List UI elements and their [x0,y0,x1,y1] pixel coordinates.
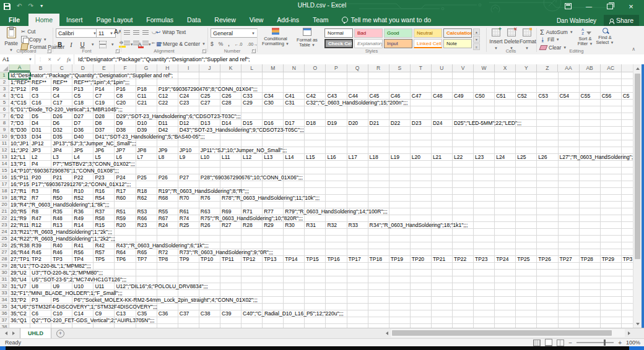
row-header-34[interactable]: 34 [0,297,9,304]
row-header-29[interactable]: 29 [0,263,9,270]
column-header-N[interactable]: N [284,64,305,72]
insert-cells-button[interactable]: Insert▼ [489,28,503,51]
grid-cell[interactable]: 11;"JP2 [9,147,30,153]
grid-cell[interactable]: 34;"U6";"STM32F4-DISCOVERY";1;"STM32F4DI… [9,304,30,310]
grid-cell[interactable]: TP5 [94,256,115,262]
grid-cell[interactable]: D37 [94,127,115,133]
format-cells-button[interactable]: Format▼ [520,28,534,51]
grid-cell[interactable]: C20 [115,100,136,106]
grid-cell[interactable]: P5 [51,297,72,303]
grid-cell[interactable]: C9 [94,310,115,317]
grid-cell[interactable]: R76 [199,195,220,201]
borders-icon[interactable] [99,41,107,48]
row-header-4[interactable]: 4 [0,93,9,100]
grid-cell[interactable]: D16 [263,120,284,126]
grid-cell[interactable]: D31 [30,127,51,133]
row-header-35[interactable]: 35 [0,304,9,310]
sheet-tab-uhld[interactable]: UHLD [20,328,51,338]
grid-cell[interactable]: R28 [242,222,263,228]
column-header-F[interactable]: F [115,64,136,72]
grid-cell[interactable]: 36;"Q1 [9,317,30,323]
insert-function-icon[interactable]: fx [67,56,71,62]
spreadsheet-grid[interactable]: 1Id;"Designator";"Package";"Quantity";"D… [0,72,633,328]
column-header-T[interactable]: T [411,64,432,72]
accounting-format-icon[interactable]: $ [211,41,214,47]
grid-cell[interactable]: L18 [368,154,389,160]
grid-cell[interactable]: TP13 [263,256,284,262]
grid-cell[interactable]: D5 [30,113,51,119]
number-format-select[interactable]: General▼ [211,28,258,38]
tab-page-layout[interactable]: Page Layout [89,14,139,26]
grid-cell[interactable]: D23 [411,120,432,126]
grid-cell[interactable]: 28;"U1";"TO-220-8L";1;"MPM82";;; [9,263,30,269]
grid-cell[interactable]: C5 [72,93,94,99]
italic-button[interactable]: I [68,41,74,48]
grid-cell[interactable]: TP19 [389,256,411,262]
grid-cell[interactable]: C50 [474,93,495,99]
column-header-K[interactable]: K [220,64,242,72]
decrease-indent-icon[interactable]: ⇤ [152,41,155,46]
bold-button[interactable]: B [56,41,64,48]
cut-button[interactable]: ✂Cut [21,28,35,35]
grid-cell[interactable]: P22 [72,174,94,181]
grid-cell[interactable]: D43";"SOT-23_Handsoldering";9;"CDSOT23-T… [178,127,199,133]
grid-cell[interactable]: TP24 [495,256,516,262]
grid-cell[interactable]: TP3 [622,256,633,262]
grid-cell[interactable]: L8 [157,154,178,160]
next-sheet-icon[interactable] [12,331,15,335]
collapse-ribbon-icon[interactable]: ∧ [632,46,635,52]
grid-cell[interactable]: 6;"D2 [9,113,30,119]
row-header-8[interactable]: 8 [0,120,9,127]
grid-cell[interactable]: D28 [94,113,115,119]
grid-cell[interactable]: R14 [72,222,94,228]
grid-cell[interactable]: R7 [30,195,51,201]
grid-cell[interactable]: L15 [305,154,326,160]
grid-cell[interactable]: JP5 [72,147,94,153]
grid-cell[interactable]: C7 [94,93,115,99]
grid-cell[interactable]: TP7 [136,256,157,262]
grid-cell[interactable]: D21 [368,120,389,126]
grid-cell[interactable]: R17 [115,188,136,194]
grid-cell[interactable]: C27 [199,100,220,106]
grid-cell[interactable]: P26 [157,174,178,181]
row-header-1[interactable]: 1 [0,72,9,79]
grid-cell[interactable]: P17";"690367291276";2;"CONN_01X12";;; [30,181,51,187]
grid-cell[interactable]: R18 [136,188,157,194]
align-right-icon[interactable] [142,41,149,46]
grid-cell[interactable]: 13;"P1 [9,161,30,167]
grid-cell[interactable]: R70 [178,195,199,201]
grid-cell[interactable]: C34 [263,93,284,99]
grid-cell[interactable]: R55 [157,208,178,215]
grid-cell[interactable]: TP16 [326,256,347,262]
cancel-formula-icon[interactable]: × [48,56,51,62]
grid-cell[interactable]: JP6 [94,147,115,153]
grid-cell[interactable]: R64 [115,249,136,255]
grid-cell[interactable]: C5 [622,93,633,99]
grid-cell[interactable]: P23 [94,174,115,181]
grid-cell[interactable]: Id;"Designator";"Package";"Quantity";"De… [9,72,30,79]
grid-cell[interactable]: P20 [30,174,51,181]
grid-cell[interactable]: D6 [51,120,72,126]
column-header-R[interactable]: R [368,64,389,72]
grid-cell[interactable]: C46 [389,93,411,99]
row-header-16[interactable]: 16 [0,174,9,181]
row-header-37[interactable]: 37 [0,317,9,324]
grid-cell[interactable]: C39 [220,310,242,317]
grid-cell[interactable]: C16 [30,100,51,106]
align-top-icon[interactable] [124,30,130,35]
grid-cell[interactable]: R46 [51,249,72,255]
grid-cell[interactable]: P6";"Socket_MOLEX-KK-RM2-54mm_Lock_2pin_… [72,297,94,303]
column-header-V[interactable]: V [453,64,474,72]
grid-cell[interactable]: 9;"D33 [9,134,30,140]
grid-cell[interactable]: R48 [51,215,72,221]
grid-cell[interactable]: C10 [51,310,72,317]
scroll-left-icon[interactable] [383,329,391,337]
grid-cell[interactable]: C3 [30,93,51,99]
vertical-scrollbar[interactable] [633,64,642,328]
grid-cell[interactable]: TP27 [558,256,579,262]
grid-cell[interactable]: TP15 [305,256,326,262]
grid-cell[interactable]: TP26 [537,256,558,262]
grid-cell[interactable]: L12 [242,154,263,160]
align-bottom-icon[interactable] [142,30,149,35]
grid-cell[interactable]: 27;"TP1 [9,256,30,262]
